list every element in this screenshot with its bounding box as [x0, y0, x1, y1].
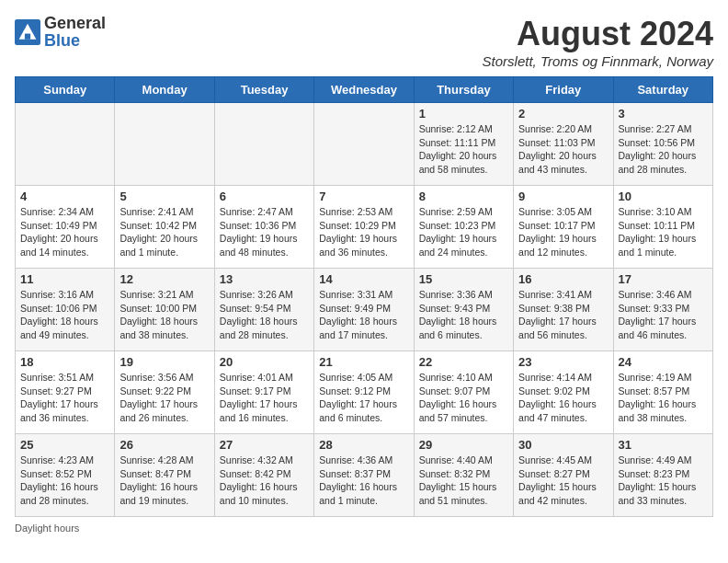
calendar-cell: 30Sunrise: 4:45 AMSunset: 8:27 PMDayligh… [514, 434, 613, 517]
logo: General Blue [15, 15, 106, 50]
day-number: 4 [20, 190, 109, 203]
day-number: 8 [419, 190, 508, 203]
weekday-header-monday: Monday [115, 77, 214, 103]
calendar-cell: 20Sunrise: 4:01 AMSunset: 9:17 PMDayligh… [214, 351, 313, 434]
calendar-cell: 11Sunrise: 3:16 AMSunset: 10:06 PMDaylig… [16, 269, 115, 351]
calendar-cell: 28Sunrise: 4:36 AMSunset: 8:37 PMDayligh… [314, 434, 414, 517]
week-row-1: 1Sunrise: 2:12 AMSunset: 11:11 PMDayligh… [16, 103, 713, 186]
day-number: 29 [419, 438, 508, 452]
calendar-cell: 25Sunrise: 4:23 AMSunset: 8:52 PMDayligh… [16, 434, 115, 517]
day-info: Sunrise: 2:20 AMSunset: 11:03 PMDaylight… [518, 122, 608, 177]
day-number: 10 [619, 190, 708, 203]
calendar-cell: 26Sunrise: 4:28 AMSunset: 8:47 PMDayligh… [115, 434, 214, 517]
day-info: Sunrise: 4:19 AMSunset: 8:57 PMDaylight:… [619, 371, 708, 425]
day-info: Sunrise: 2:59 AMSunset: 10:23 PMDaylight… [419, 205, 508, 259]
day-number: 18 [20, 355, 109, 369]
day-info: Sunrise: 4:49 AMSunset: 8:23 PMDaylight:… [619, 454, 708, 508]
day-info: Sunrise: 4:14 AMSunset: 9:02 PMDaylight:… [518, 371, 608, 425]
weekday-header-thursday: Thursday [414, 77, 513, 103]
calendar-cell: 22Sunrise: 4:10 AMSunset: 9:07 PMDayligh… [414, 351, 513, 434]
day-number: 21 [319, 355, 408, 369]
calendar-cell: 10Sunrise: 3:10 AMSunset: 10:11 PMDaylig… [613, 186, 712, 269]
day-number: 16 [518, 272, 608, 286]
day-number: 5 [119, 190, 209, 203]
week-row-2: 4Sunrise: 2:34 AMSunset: 10:49 PMDayligh… [16, 186, 713, 269]
day-info: Sunrise: 3:36 AMSunset: 9:43 PMDaylight:… [419, 288, 508, 342]
day-number: 6 [220, 190, 309, 203]
weekday-header-friday: Friday [514, 77, 613, 103]
daylight-label: Daylight hours [15, 523, 79, 534]
calendar-cell: 5Sunrise: 2:41 AMSunset: 10:42 PMDayligh… [115, 186, 214, 269]
day-number: 28 [319, 438, 408, 452]
day-info: Sunrise: 3:31 AMSunset: 9:49 PMDaylight:… [319, 288, 408, 342]
day-info: Sunrise: 2:34 AMSunset: 10:49 PMDaylight… [20, 205, 109, 259]
footer: Daylight hours [15, 523, 713, 534]
day-info: Sunrise: 4:23 AMSunset: 8:52 PMDaylight:… [20, 454, 109, 508]
calendar-cell: 8Sunrise: 2:59 AMSunset: 10:23 PMDayligh… [414, 186, 513, 269]
day-number: 13 [220, 272, 309, 286]
week-row-3: 11Sunrise: 3:16 AMSunset: 10:06 PMDaylig… [16, 269, 713, 351]
day-number: 25 [20, 438, 109, 452]
weekday-header-row: SundayMondayTuesdayWednesdayThursdayFrid… [16, 77, 713, 103]
weekday-header-wednesday: Wednesday [314, 77, 414, 103]
day-info: Sunrise: 2:47 AMSunset: 10:36 PMDaylight… [220, 205, 309, 259]
day-info: Sunrise: 4:05 AMSunset: 9:12 PMDaylight:… [319, 371, 408, 425]
weekday-header-sunday: Sunday [16, 77, 115, 103]
day-info: Sunrise: 3:10 AMSunset: 10:11 PMDaylight… [619, 205, 708, 259]
day-number: 9 [518, 190, 608, 203]
day-number: 3 [619, 107, 708, 121]
logo-general: General [44, 14, 106, 32]
day-info: Sunrise: 2:53 AMSunset: 10:29 PMDaylight… [319, 205, 408, 259]
weekday-header-saturday: Saturday [613, 77, 712, 103]
calendar-cell: 27Sunrise: 4:32 AMSunset: 8:42 PMDayligh… [214, 434, 313, 517]
day-info: Sunrise: 3:41 AMSunset: 9:38 PMDaylight:… [518, 288, 608, 342]
day-info: Sunrise: 3:21 AMSunset: 10:00 PMDaylight… [119, 288, 209, 342]
calendar-cell [16, 103, 115, 186]
page-header: General Blue August 2024 Storslett, Trom… [15, 15, 713, 69]
day-info: Sunrise: 3:51 AMSunset: 9:27 PMDaylight:… [20, 371, 109, 425]
calendar-cell: 9Sunrise: 3:05 AMSunset: 10:17 PMDayligh… [514, 186, 613, 269]
day-number: 15 [419, 272, 508, 286]
day-number: 26 [119, 438, 209, 452]
day-number: 19 [119, 355, 209, 369]
calendar-table: SundayMondayTuesdayWednesdayThursdayFrid… [15, 76, 713, 517]
svg-rect-2 [25, 34, 30, 40]
calendar-cell: 14Sunrise: 3:31 AMSunset: 9:49 PMDayligh… [314, 269, 414, 351]
calendar-cell: 2Sunrise: 2:20 AMSunset: 11:03 PMDayligh… [514, 103, 613, 186]
day-info: Sunrise: 4:40 AMSunset: 8:32 PMDaylight:… [419, 454, 508, 508]
day-number: 30 [518, 438, 608, 452]
week-row-4: 18Sunrise: 3:51 AMSunset: 9:27 PMDayligh… [16, 351, 713, 434]
day-number: 7 [319, 190, 408, 203]
location: Storslett, Troms og Finnmark, Norway [483, 53, 713, 69]
day-info: Sunrise: 4:36 AMSunset: 8:37 PMDaylight:… [319, 454, 408, 508]
calendar-cell: 23Sunrise: 4:14 AMSunset: 9:02 PMDayligh… [514, 351, 613, 434]
logo-text: General Blue [44, 15, 106, 50]
day-number: 14 [319, 272, 408, 286]
calendar-cell: 12Sunrise: 3:21 AMSunset: 10:00 PMDaylig… [115, 269, 214, 351]
calendar-cell: 31Sunrise: 4:49 AMSunset: 8:23 PMDayligh… [613, 434, 712, 517]
day-info: Sunrise: 4:01 AMSunset: 9:17 PMDaylight:… [220, 371, 309, 425]
calendar-cell [115, 103, 214, 186]
day-info: Sunrise: 3:05 AMSunset: 10:17 PMDaylight… [518, 205, 608, 259]
day-number: 17 [619, 272, 708, 286]
logo-blue: Blue [44, 31, 80, 50]
calendar-cell: 17Sunrise: 3:46 AMSunset: 9:33 PMDayligh… [613, 269, 712, 351]
day-number: 23 [518, 355, 608, 369]
calendar-cell [314, 103, 414, 186]
day-info: Sunrise: 2:12 AMSunset: 11:11 PMDaylight… [419, 122, 508, 177]
day-info: Sunrise: 3:16 AMSunset: 10:06 PMDaylight… [20, 288, 109, 342]
day-info: Sunrise: 3:46 AMSunset: 9:33 PMDaylight:… [619, 288, 708, 342]
calendar-cell: 21Sunrise: 4:05 AMSunset: 9:12 PMDayligh… [314, 351, 414, 434]
day-info: Sunrise: 4:28 AMSunset: 8:47 PMDaylight:… [119, 454, 209, 508]
calendar-cell: 29Sunrise: 4:40 AMSunset: 8:32 PMDayligh… [414, 434, 513, 517]
day-number: 31 [619, 438, 708, 452]
logo-icon [15, 19, 40, 45]
day-number: 11 [20, 272, 109, 286]
calendar-cell: 6Sunrise: 2:47 AMSunset: 10:36 PMDayligh… [214, 186, 313, 269]
calendar-cell: 1Sunrise: 2:12 AMSunset: 11:11 PMDayligh… [414, 103, 513, 186]
calendar-cell: 7Sunrise: 2:53 AMSunset: 10:29 PMDayligh… [314, 186, 414, 269]
day-info: Sunrise: 4:10 AMSunset: 9:07 PMDaylight:… [419, 371, 508, 425]
day-info: Sunrise: 2:27 AMSunset: 10:56 PMDaylight… [619, 122, 708, 177]
day-info: Sunrise: 3:56 AMSunset: 9:22 PMDaylight:… [119, 371, 209, 425]
day-info: Sunrise: 3:26 AMSunset: 9:54 PMDaylight:… [220, 288, 309, 342]
